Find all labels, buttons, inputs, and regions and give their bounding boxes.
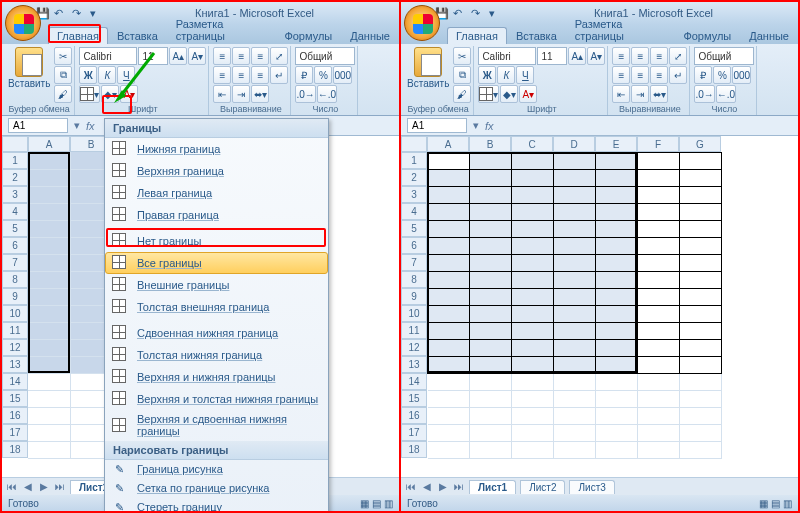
cell[interactable]: [428, 391, 470, 408]
cell[interactable]: [554, 408, 596, 425]
undo-icon[interactable]: ↶: [453, 7, 465, 19]
orientation-button[interactable]: ⤢: [669, 47, 687, 65]
row-header[interactable]: 12: [401, 339, 427, 356]
cell[interactable]: [680, 238, 722, 255]
cell[interactable]: [680, 408, 722, 425]
cell[interactable]: [554, 153, 596, 170]
increase-indent-button[interactable]: ⇥: [232, 85, 250, 103]
col-header[interactable]: F: [637, 136, 679, 152]
grow-font-button[interactable]: A▴: [169, 47, 187, 65]
tab-data[interactable]: Данные: [740, 27, 798, 44]
sheet-nav-prev-icon[interactable]: ◀: [421, 481, 433, 493]
cell[interactable]: [554, 357, 596, 374]
row-header[interactable]: 6: [2, 237, 28, 254]
cell[interactable]: [512, 238, 554, 255]
menu-item[interactable]: Левая граница: [105, 182, 328, 204]
cell[interactable]: [680, 306, 722, 323]
cell[interactable]: [596, 204, 638, 221]
sheet-nav-last-icon[interactable]: ⏭: [54, 481, 66, 493]
font-color-button[interactable]: A▾: [519, 85, 537, 103]
cell[interactable]: [512, 408, 554, 425]
sheet-nav-next-icon[interactable]: ▶: [38, 481, 50, 493]
cell[interactable]: [638, 272, 680, 289]
row-header[interactable]: 14: [2, 373, 28, 390]
cell[interactable]: [470, 238, 512, 255]
cell[interactable]: [28, 390, 70, 407]
cell[interactable]: [596, 187, 638, 204]
menu-item[interactable]: Верхняя и толстая нижняя границы: [105, 388, 328, 410]
wrap-text-button[interactable]: ↵: [270, 66, 288, 84]
cell[interactable]: [428, 425, 470, 442]
align-right-button[interactable]: ≡: [251, 66, 269, 84]
cell[interactable]: [470, 289, 512, 306]
select-all-corner[interactable]: [2, 136, 28, 152]
cell[interactable]: [28, 169, 70, 186]
menu-item[interactable]: Сдвоенная нижняя граница: [105, 322, 328, 344]
cell[interactable]: [638, 391, 680, 408]
cell[interactable]: [28, 220, 70, 237]
cell[interactable]: [428, 289, 470, 306]
cell[interactable]: [680, 272, 722, 289]
cell[interactable]: [470, 306, 512, 323]
cell[interactable]: [28, 237, 70, 254]
cell[interactable]: [638, 289, 680, 306]
row-header[interactable]: 10: [2, 305, 28, 322]
cell[interactable]: [28, 441, 70, 458]
cell[interactable]: [554, 221, 596, 238]
cell[interactable]: [638, 340, 680, 357]
cell[interactable]: [596, 374, 638, 391]
percent-button[interactable]: %: [713, 66, 731, 84]
menu-item[interactable]: Верхняя и нижняя границы: [105, 366, 328, 388]
row-header[interactable]: 8: [2, 271, 28, 288]
cell[interactable]: [596, 425, 638, 442]
cell[interactable]: [554, 306, 596, 323]
sheet-nav-last-icon[interactable]: ⏭: [453, 481, 465, 493]
copy-button[interactable]: ⧉: [453, 66, 471, 84]
align-top-button[interactable]: ≡: [612, 47, 630, 65]
number-format-select[interactable]: Общий: [694, 47, 754, 65]
cell[interactable]: [554, 170, 596, 187]
col-header[interactable]: A: [28, 136, 70, 152]
view-icons[interactable]: ▦ ▤ ▥: [360, 498, 393, 509]
row-header[interactable]: 3: [2, 186, 28, 203]
cell[interactable]: [28, 288, 70, 305]
cell[interactable]: [596, 391, 638, 408]
cell[interactable]: [512, 442, 554, 459]
cell[interactable]: [596, 221, 638, 238]
row-header[interactable]: 18: [401, 441, 427, 458]
cell[interactable]: [680, 204, 722, 221]
cell[interactable]: [554, 255, 596, 272]
cell[interactable]: [470, 153, 512, 170]
font-name-select[interactable]: Calibri: [79, 47, 137, 65]
office-button[interactable]: [5, 5, 41, 41]
cell[interactable]: [638, 425, 680, 442]
row-header[interactable]: 7: [2, 254, 28, 271]
align-left-button[interactable]: ≡: [612, 66, 630, 84]
col-header[interactable]: E: [595, 136, 637, 152]
cell[interactable]: [28, 424, 70, 441]
align-center-button[interactable]: ≡: [232, 66, 250, 84]
underline-button[interactable]: Ч: [516, 66, 534, 84]
cell[interactable]: [428, 408, 470, 425]
tab-home[interactable]: Главная: [447, 27, 507, 44]
number-format-select[interactable]: Общий: [295, 47, 355, 65]
cell[interactable]: [428, 374, 470, 391]
row-header[interactable]: 8: [401, 271, 427, 288]
cell[interactable]: [554, 204, 596, 221]
decrease-decimal-button[interactable]: ←.0: [716, 85, 736, 103]
cell[interactable]: [638, 323, 680, 340]
name-box[interactable]: A1: [407, 118, 467, 133]
font-name-select[interactable]: Calibri: [478, 47, 536, 65]
format-painter-button[interactable]: 🖌: [453, 85, 471, 103]
cell[interactable]: [512, 374, 554, 391]
cell[interactable]: [554, 425, 596, 442]
tab-insert[interactable]: Вставка: [507, 27, 566, 44]
menu-item[interactable]: Все границы: [105, 252, 328, 274]
cell[interactable]: [28, 322, 70, 339]
menu-item[interactable]: Нет границы: [105, 230, 328, 252]
cell[interactable]: [680, 153, 722, 170]
cell[interactable]: [428, 187, 470, 204]
cell[interactable]: [512, 340, 554, 357]
cell[interactable]: [638, 153, 680, 170]
name-box[interactable]: A1: [8, 118, 68, 133]
